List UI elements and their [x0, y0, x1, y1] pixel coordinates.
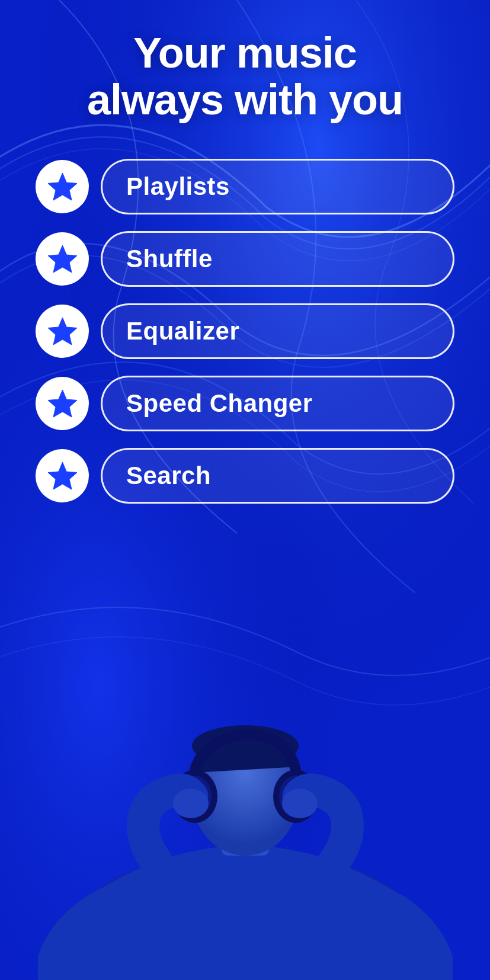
star-icon-shuffle — [36, 232, 89, 286]
speed-changer-label[interactable]: Speed Changer — [101, 376, 454, 431]
svg-marker-4 — [48, 245, 77, 273]
feature-list: Playlists Shuffle Equalizer — [36, 159, 454, 504]
svg-marker-5 — [48, 318, 77, 345]
menu-item-search[interactable]: Search — [36, 448, 454, 504]
menu-item-playlists[interactable]: Playlists — [36, 159, 454, 214]
svg-marker-7 — [48, 462, 77, 489]
star-icon-playlists — [36, 160, 89, 213]
star-icon-equalizer — [36, 305, 89, 358]
svg-point-17 — [282, 789, 318, 818]
shuffle-label[interactable]: Shuffle — [101, 231, 454, 287]
star-icon-speed-changer — [36, 377, 89, 430]
app-title: Your music always with you — [87, 30, 403, 123]
person-illustration — [38, 648, 453, 980]
menu-item-speed-changer[interactable]: Speed Changer — [36, 376, 454, 431]
menu-item-shuffle[interactable]: Shuffle — [36, 231, 454, 287]
equalizer-label[interactable]: Equalizer — [101, 303, 454, 359]
search-label[interactable]: Search — [101, 448, 454, 504]
star-icon-search — [36, 449, 89, 502]
svg-marker-3 — [48, 173, 77, 200]
menu-item-equalizer[interactable]: Equalizer — [36, 303, 454, 359]
playlists-label[interactable]: Playlists — [101, 159, 454, 214]
svg-point-16 — [173, 789, 209, 818]
svg-marker-6 — [48, 390, 77, 417]
